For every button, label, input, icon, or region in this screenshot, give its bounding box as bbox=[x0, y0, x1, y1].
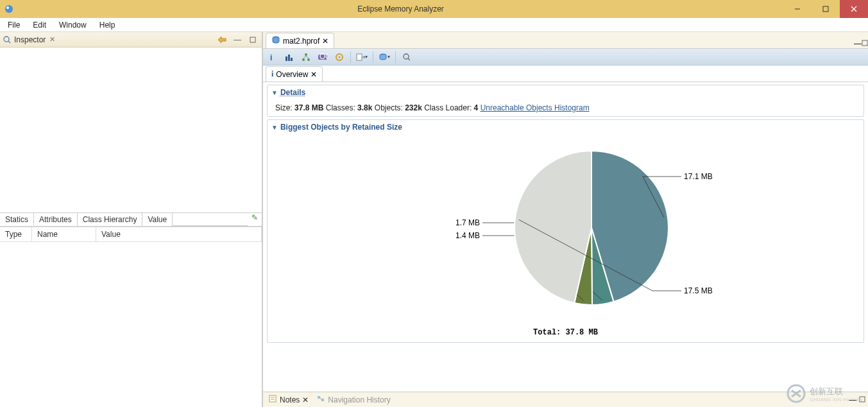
tab-class-hierarchy[interactable]: Class Hierarchy bbox=[78, 213, 143, 226]
unreachable-link[interactable]: Unreachable Objects Histogram bbox=[481, 103, 590, 112]
details-head[interactable]: ▼ Details bbox=[268, 85, 864, 100]
objects-label: Objects: bbox=[375, 103, 403, 112]
twistie-down-icon: ▼ bbox=[271, 89, 278, 96]
inspector-title-bar: Inspector ✕ — bbox=[0, 32, 262, 48]
query-browser-icon[interactable]: ▾ bbox=[379, 51, 390, 63]
svg-rect-10 bbox=[862, 40, 867, 46]
svg-point-23 bbox=[339, 56, 341, 58]
editor-minimize-icon[interactable]: — bbox=[854, 39, 862, 48]
link-with-selection-icon[interactable] bbox=[217, 35, 227, 45]
info-icon: i bbox=[271, 69, 273, 79]
magnifier-icon bbox=[3, 35, 12, 44]
svg-rect-36 bbox=[269, 395, 276, 402]
svg-point-15 bbox=[305, 53, 307, 56]
twistie-down-icon: ▼ bbox=[271, 124, 278, 131]
pie-slice-segment-d[interactable] bbox=[514, 151, 591, 303]
svg-rect-14 bbox=[291, 58, 293, 61]
find-icon[interactable] bbox=[401, 51, 413, 63]
bottom-tabs: Notes ✕ Navigation History — bbox=[263, 392, 868, 407]
col-value[interactable]: Value bbox=[96, 227, 262, 241]
inspector-tabs: Statics Attributes Class Hierarchy Value… bbox=[0, 212, 262, 227]
svg-point-0 bbox=[5, 5, 13, 13]
notes-icon bbox=[268, 394, 277, 405]
tab-overview[interactable]: i Overview ✕ bbox=[266, 66, 323, 82]
watermark-sub: CHUANG XIN HU LIAN bbox=[810, 397, 863, 402]
pin-icon[interactable]: ✎ bbox=[248, 213, 262, 226]
editor-tabs: mat2.hprof ✕ — bbox=[263, 32, 868, 49]
svg-rect-12 bbox=[285, 56, 287, 61]
objects-value: 232k bbox=[405, 103, 422, 112]
col-name[interactable]: Name bbox=[32, 227, 96, 241]
app-icon bbox=[4, 4, 14, 14]
svg-line-27 bbox=[408, 58, 410, 60]
oql-icon[interactable]: OQL bbox=[317, 51, 328, 63]
info-icon[interactable]: i bbox=[267, 51, 278, 63]
svg-rect-24 bbox=[357, 54, 362, 60]
tab-statics[interactable]: Statics bbox=[0, 213, 34, 226]
minimize-button[interactable] bbox=[783, 0, 812, 18]
classloader-label: Class Loader: bbox=[424, 103, 472, 112]
inspector-table-header: Type Name Value bbox=[0, 227, 262, 241]
maximize-button[interactable] bbox=[812, 0, 840, 18]
svg-rect-8 bbox=[250, 37, 255, 42]
tab-attributes[interactable]: Attributes bbox=[34, 213, 78, 226]
inspector-pane: Inspector ✕ — Statics Attributes Class H… bbox=[0, 32, 263, 407]
overview-tab-close-icon[interactable]: ✕ bbox=[311, 70, 317, 79]
biggest-head[interactable]: ▼ Biggest Objects by Retained Size bbox=[268, 120, 864, 134]
pie-label-segment-a: 17.1 MB bbox=[684, 172, 713, 181]
details-section: ▼ Details Size: 37.8 MB Classes: 3.8k Ob… bbox=[267, 85, 864, 117]
biggest-section: ▼ Biggest Objects by Retained Size 17.1 … bbox=[267, 119, 864, 343]
run-report-icon[interactable]: ▾ bbox=[356, 51, 368, 63]
editor-tab-hprof[interactable]: mat2.hprof ✕ bbox=[266, 33, 334, 48]
maximize-view-icon[interactable] bbox=[248, 35, 258, 45]
pie-label-segment-d: 17.5 MB bbox=[684, 286, 713, 295]
notes-close-icon[interactable]: ✕ bbox=[302, 395, 309, 404]
svg-text:i: i bbox=[270, 53, 272, 62]
histogram-icon[interactable] bbox=[284, 51, 295, 63]
mat-toolbar: i OQL ▾ ▾ bbox=[263, 49, 868, 65]
inspector-label: Inspector bbox=[14, 35, 46, 44]
inspector-close-icon[interactable]: ✕ bbox=[49, 35, 55, 44]
details-text: Size: 37.8 MB Classes: 3.8k Objects: 232… bbox=[268, 100, 864, 116]
svg-rect-13 bbox=[288, 55, 290, 61]
svg-point-16 bbox=[302, 58, 305, 61]
menu-file[interactable]: File bbox=[3, 19, 25, 31]
svg-text:OQL: OQL bbox=[319, 53, 328, 61]
heap-file-icon bbox=[271, 35, 280, 46]
overview-tab-label: Overview bbox=[276, 70, 308, 79]
svg-point-1 bbox=[6, 6, 9, 9]
history-icon bbox=[316, 394, 325, 405]
svg-rect-3 bbox=[823, 6, 828, 12]
menu-window[interactable]: Window bbox=[54, 19, 92, 31]
biggest-heading: Biggest Objects by Retained Size bbox=[280, 123, 402, 132]
nav-history-label: Navigation History bbox=[328, 395, 390, 404]
size-value: 37.8 MB bbox=[294, 103, 323, 112]
pie-chart: 17.1 MB1.7 MB1.4 MB17.5 MB bbox=[268, 138, 864, 331]
menu-help[interactable]: Help bbox=[94, 19, 121, 31]
thread-icon[interactable] bbox=[334, 51, 345, 63]
svg-line-41 bbox=[320, 397, 321, 400]
tab-notes[interactable]: Notes ✕ bbox=[266, 393, 311, 406]
watermark-text: 创新互联 bbox=[810, 386, 863, 397]
classes-value: 3.8k bbox=[357, 103, 372, 112]
close-button[interactable] bbox=[840, 0, 868, 18]
pie-chart-svg: 17.1 MB1.7 MB1.4 MB17.5 MB bbox=[399, 138, 733, 318]
menu-edit[interactable]: Edit bbox=[28, 19, 51, 31]
classloader-value: 4 bbox=[474, 103, 479, 112]
editor-tab-close-icon[interactable]: ✕ bbox=[322, 37, 328, 46]
watermark: 创新互联 CHUANG XIN HU LIAN bbox=[787, 384, 863, 403]
inspector-table-body bbox=[0, 241, 262, 407]
tab-value[interactable]: Value bbox=[142, 213, 173, 226]
svg-rect-39 bbox=[318, 396, 320, 399]
pie-label-segment-b: 1.7 MB bbox=[455, 218, 479, 227]
tab-nav-history[interactable]: Navigation History bbox=[314, 393, 393, 406]
editor-pane: mat2.hprof ✕ — i OQL ▾ ▾ i Overview ✕ bbox=[263, 32, 868, 407]
col-type[interactable]: Type bbox=[0, 227, 32, 241]
svg-rect-40 bbox=[321, 399, 324, 401]
inspector-body bbox=[0, 48, 262, 212]
dominator-tree-icon[interactable] bbox=[300, 51, 312, 63]
window-title: Eclipse Memory Analyzer bbox=[18, 4, 783, 13]
minimize-view-icon[interactable]: — bbox=[232, 35, 243, 45]
svg-line-7 bbox=[8, 41, 10, 43]
editor-maximize-icon[interactable] bbox=[862, 39, 868, 48]
